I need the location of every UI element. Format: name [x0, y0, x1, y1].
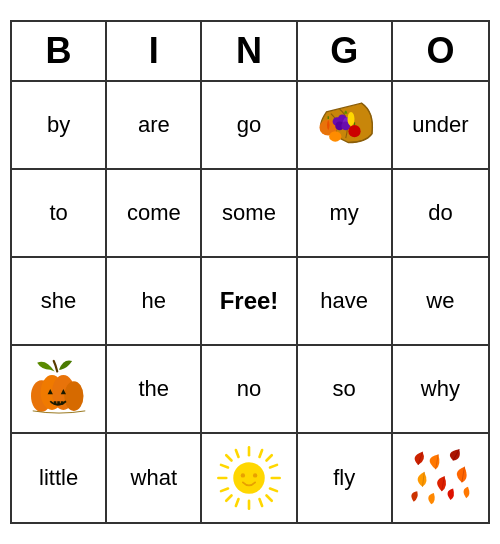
cell-15: [12, 346, 107, 434]
cell-22: [202, 434, 297, 522]
svg-line-34: [259, 450, 262, 457]
cell-14: we: [393, 258, 488, 346]
leaves-icon: [405, 443, 475, 513]
svg-point-10: [348, 112, 355, 126]
svg-point-9: [329, 131, 341, 142]
cell-7: some: [202, 170, 297, 258]
svg-point-7: [349, 125, 361, 137]
bingo-header: BINGO: [12, 22, 488, 82]
cell-9: do: [393, 170, 488, 258]
cell-1: are: [107, 82, 202, 170]
bingo-card: BINGO byarego undertocomesomemydosheheFr…: [10, 20, 490, 524]
svg-line-28: [221, 465, 228, 468]
header-letter-b: B: [12, 22, 107, 80]
cell-11: he: [107, 258, 202, 346]
svg-line-30: [236, 450, 239, 457]
cell-13: have: [298, 258, 393, 346]
bingo-grid: byarego undertocomesomemydosheheFree!hav…: [12, 82, 488, 522]
svg-line-25: [266, 496, 271, 501]
svg-rect-19: [60, 401, 63, 405]
svg-rect-18: [57, 401, 60, 405]
svg-line-35: [236, 499, 239, 506]
svg-line-33: [221, 489, 228, 492]
cell-4: under: [393, 82, 488, 170]
cell-12: Free!: [202, 258, 297, 346]
svg-point-14: [64, 381, 83, 411]
svg-point-36: [233, 462, 265, 494]
svg-point-38: [253, 473, 257, 477]
cell-21: what: [107, 434, 202, 522]
svg-rect-17: [53, 401, 56, 405]
cell-16: the: [107, 346, 202, 434]
sun-icon: [214, 443, 284, 513]
svg-line-32: [270, 465, 277, 468]
cell-8: my: [298, 170, 393, 258]
header-letter-i: I: [107, 22, 202, 80]
header-letter-n: N: [202, 22, 297, 80]
cell-10: she: [12, 258, 107, 346]
cell-18: so: [298, 346, 393, 434]
cell-17: no: [202, 346, 297, 434]
cell-20: little: [12, 434, 107, 522]
header-letter-g: G: [298, 22, 393, 80]
cell-23: fly: [298, 434, 393, 522]
cell-24: [393, 434, 488, 522]
cell-19: why: [393, 346, 488, 434]
pumpkin-icon: [24, 354, 94, 424]
svg-line-29: [270, 489, 277, 492]
svg-line-26: [266, 455, 271, 460]
svg-point-37: [241, 473, 245, 477]
cell-5: to: [12, 170, 107, 258]
cell-0: by: [12, 82, 107, 170]
cell-3: [298, 82, 393, 170]
svg-line-27: [226, 496, 231, 501]
svg-line-31: [259, 499, 262, 506]
header-letter-o: O: [393, 22, 488, 80]
cell-2: go: [202, 82, 297, 170]
cornucopia-icon: [309, 90, 379, 160]
cell-6: come: [107, 170, 202, 258]
svg-line-24: [226, 455, 231, 460]
